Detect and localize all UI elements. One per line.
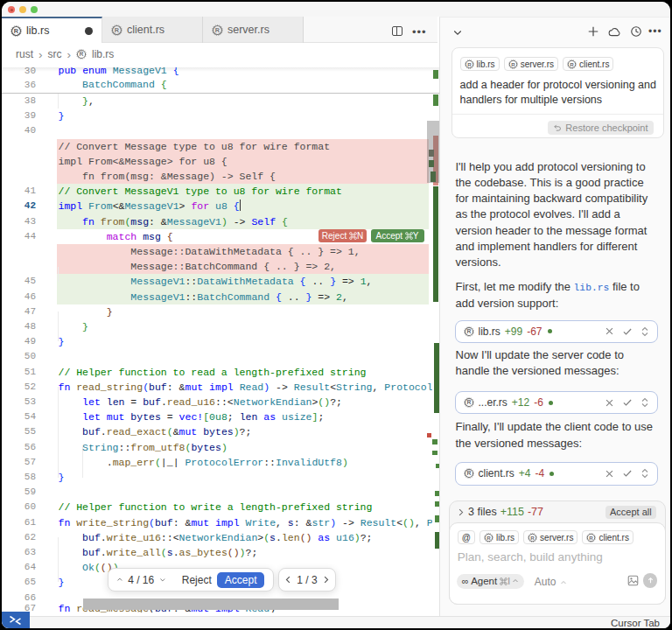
svg-text:R: R xyxy=(14,27,19,35)
svg-text:R: R xyxy=(215,26,220,34)
svg-text:R: R xyxy=(530,534,535,540)
svg-text:R: R xyxy=(115,26,120,34)
svg-text:R: R xyxy=(467,60,472,66)
svg-text:R: R xyxy=(511,60,515,66)
svg-text:R: R xyxy=(590,534,594,540)
svg-text:R: R xyxy=(466,400,471,406)
svg-text:R: R xyxy=(466,328,471,334)
svg-text:R: R xyxy=(570,60,574,66)
svg-text:R: R xyxy=(486,534,491,540)
svg-text:R: R xyxy=(466,471,471,477)
svg-text:R: R xyxy=(80,51,84,57)
